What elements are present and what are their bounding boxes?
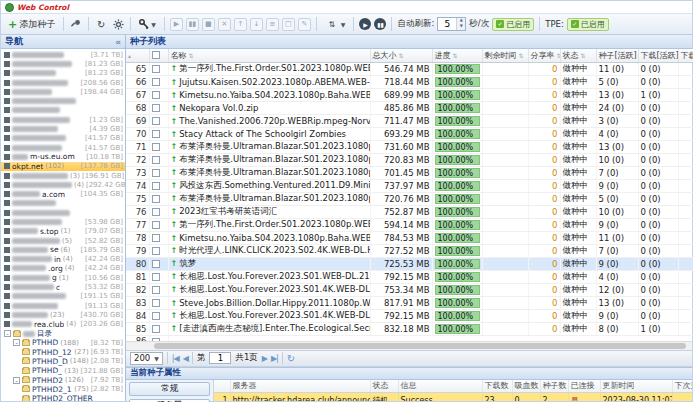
sidebar-tracker-item[interactable]: [1.23 GB] <box>1 115 125 124</box>
sidebar-tracker-item[interactable] <box>1 96 125 105</box>
horizontal-scrollbar[interactable] <box>126 341 692 350</box>
remove-button[interactable]: ✕ <box>218 18 231 31</box>
last-page-button[interactable]: ▶| <box>271 354 278 363</box>
prev-page-button[interactable]: ◀ <box>183 354 188 363</box>
column-header-0[interactable]: 名称 ⇅ <box>168 49 370 62</box>
row-checkbox[interactable] <box>152 312 160 320</box>
row-checkbox[interactable] <box>152 182 160 190</box>
sidebar-tracker-item[interactable]: in(4)[42.24 GB] <box>1 255 125 264</box>
auto-refresh-input[interactable] <box>438 18 456 30</box>
sidebar-tracker-item[interactable]: okpt.net(102)[137.78 GB] <box>1 162 125 171</box>
sidebar-tracker-item[interactable]: a.com[104.35 GB] <box>1 189 125 198</box>
pin-icon[interactable] <box>69 17 83 31</box>
tracker-column-5[interactable]: 吸血数 <box>512 380 540 393</box>
tracker-column-0[interactable] <box>214 380 230 393</box>
sidebar-tracker-item[interactable]: [4.39 GB] <box>1 124 125 133</box>
tpe-enabled-badge[interactable]: ✓ 已启用 <box>567 18 609 31</box>
sidebar-tracker-item[interactable]: [81.23 GB] <box>1 69 125 78</box>
torrent-row[interactable]: 70↑Stacy Attack of The Schoolgirl Zombie… <box>126 127 693 140</box>
refresh-icon[interactable]: ↻ <box>94 17 108 31</box>
sidebar-folder-item[interactable]: PTHHD_DATA(148)[2.08 TB] <box>1 357 125 366</box>
row-checkbox[interactable] <box>152 208 160 216</box>
sidebar-tracker-item[interactable]: (4)[292.42 GB] <box>1 180 125 189</box>
sidebar-folder-item[interactable]: -PTHHD(188)[8.32 TB] <box>1 338 125 347</box>
tracker-column-1[interactable]: 服务器 <box>230 380 370 393</box>
column-header-2[interactable]: 进度 ⇅ <box>432 49 482 62</box>
column-header-5[interactable]: 状态 ⇅ <box>560 49 596 62</box>
column-header-4[interactable]: 分享率 ⇅ <box>528 49 560 62</box>
torrent-row[interactable]: 74↑风投这东西.Something.Ventured.2011.D9.Mini… <box>126 179 693 192</box>
row-checkbox[interactable] <box>152 117 160 125</box>
torrent-row[interactable]: 68↑Nekopara Vol.0.zip485.86 MB100.00%0做种… <box>126 101 693 114</box>
sidebar-tracker-item[interactable]: [41.57 GB] <box>1 143 125 152</box>
sidebar-tracker-item[interactable]: (3)[196.91 GB] <box>1 171 125 180</box>
sidebar-tracker-item[interactable]: [198.44 GB] <box>1 87 125 96</box>
row-checkbox[interactable] <box>152 325 160 333</box>
sidebar-folder-item[interactable]: PTHHD_123(27)[6.93 TB] <box>1 348 125 357</box>
key-menu-button[interactable]: ▼ <box>136 18 159 30</box>
sidebar-tracker-item[interactable] <box>1 199 125 208</box>
start-button[interactable]: ▶ <box>170 18 183 31</box>
row-checkbox[interactable] <box>152 104 160 112</box>
stop-button[interactable]: ■ <box>202 18 215 31</box>
stepper-down-icon[interactable]: ▼ <box>457 24 465 30</box>
auto-refresh-stepper[interactable]: ▲▼ <box>437 17 466 31</box>
column-header-7[interactable]: 下载[活跃] <box>638 49 678 62</box>
row-checkbox[interactable] <box>152 299 160 307</box>
row-checkbox[interactable] <box>152 169 160 177</box>
torrent-row[interactable]: 78↑Kimetsu.no.Yaiba.S04.2023.1080p.Baha.… <box>126 231 693 244</box>
row-checkbox[interactable] <box>152 234 160 242</box>
tracker-column-8[interactable]: 更新时间 <box>600 380 672 393</box>
row-checkbox[interactable] <box>152 130 160 138</box>
sidebar-folder-item[interactable]: PTHHD2_OTHER <box>1 394 125 401</box>
edit-button[interactable]: ✎ <box>298 18 311 31</box>
start-all-button[interactable]: ▶ <box>359 18 371 30</box>
queue-up-button[interactable]: ↑ <box>234 18 247 31</box>
sidebar-tracker-item[interactable]: .org(4)[42.24 GB] <box>1 264 125 273</box>
sidebar-tracker-item[interactable]: g(1)[10.56 GB] <box>1 273 125 282</box>
expander-icon[interactable]: - <box>4 330 11 337</box>
sidebar-tracker-item[interactable]: s.top(1)[79.07 GB] <box>1 227 125 236</box>
torrent-row[interactable]: 81↑长相思.Lost.You.Forever.2023.S01.WEB-DL.… <box>126 270 693 283</box>
pause-button[interactable]: ▮▮ <box>186 18 199 31</box>
copy-button[interactable]: □ <box>282 18 295 31</box>
tracker-column-4[interactable]: 下载数 <box>482 380 512 393</box>
tab-常规[interactable]: 常规 <box>129 382 210 396</box>
sidebar-tracker-item[interactable]: [191.15 GB] <box>1 292 125 301</box>
column-header-8[interactable]: 下载速 <box>678 49 693 62</box>
expander-icon[interactable]: - <box>13 339 20 346</box>
sidebar-tracker-item[interactable]: rea.club(4)[203.26 GB] <box>1 320 125 329</box>
pause-all-button[interactable]: ▮▮ <box>374 18 386 30</box>
settings-gear-icon[interactable] <box>111 17 125 31</box>
torrent-row[interactable]: 75↑布莱泽奥特曼.Ultraman.Blazar.S01.2023.1080p… <box>126 192 693 205</box>
sidebar-tracker-item[interactable]: (23)[430.70 GB] <box>1 310 125 319</box>
tracker-column-3[interactable]: 信息 <box>398 380 482 393</box>
sidebar-tracker-item[interactable] <box>1 106 125 115</box>
tracker-column-2[interactable]: 状态 <box>370 380 398 393</box>
sidebar-folder-item[interactable]: PTHHD2_123(75)[2.82 TB] <box>1 385 125 394</box>
page-size-select[interactable]: 200 ▼ <box>130 352 163 365</box>
torrent-row[interactable]: 84↑长相思.Lost.You.Forever.2023.S01.4K.WEB-… <box>126 309 693 322</box>
sidebar-tracker-item[interactable]: [208.56 GB] <box>1 78 125 87</box>
row-checkbox[interactable] <box>152 247 160 255</box>
row-checkbox[interactable] <box>152 65 160 73</box>
sidebar-folder-item[interactable]: -PTHHD2(126)[7.92 TB] <box>1 375 125 384</box>
tracker-row[interactable]: 1http://tracker.hdarea.club/announce.php… <box>214 393 692 402</box>
torrent-row[interactable]: 76↑2023红宝书考研英语词汇752.87 MB100.00%0做种中10 (… <box>126 205 693 218</box>
add-torrent-button[interactable]: + 添加种子 <box>5 17 58 32</box>
row-checkbox[interactable] <box>152 156 160 164</box>
row-checkbox[interactable] <box>152 91 160 99</box>
tab-服务器[interactable]: 服务器 <box>129 399 210 402</box>
row-checkbox[interactable] <box>152 78 160 86</box>
reload-page-button[interactable]: ↻ <box>287 353 295 364</box>
next-page-button[interactable]: ▶ <box>262 354 267 363</box>
column-header-1[interactable]: 总大小 ⇅ <box>370 49 432 62</box>
column-header-select[interactable] <box>149 49 168 62</box>
sidebar-tracker-item[interactable]: [3.71 TB] <box>1 50 125 59</box>
torrent-row[interactable]: 79↑时光代理人.LINK.CLICK.2023.S02.4K.WEB-DL.H… <box>126 244 693 257</box>
sidebar-tracker-item[interactable]: [91.13 GB] <box>1 301 125 310</box>
column-header-index[interactable]: ▴ <box>126 49 149 62</box>
list-button[interactable]: ≡ <box>266 18 279 31</box>
row-checkbox[interactable] <box>152 195 160 203</box>
torrent-row[interactable]: 83↑Steve.Jobs.Billion.Dollar.Hippy.2011.… <box>126 296 693 309</box>
